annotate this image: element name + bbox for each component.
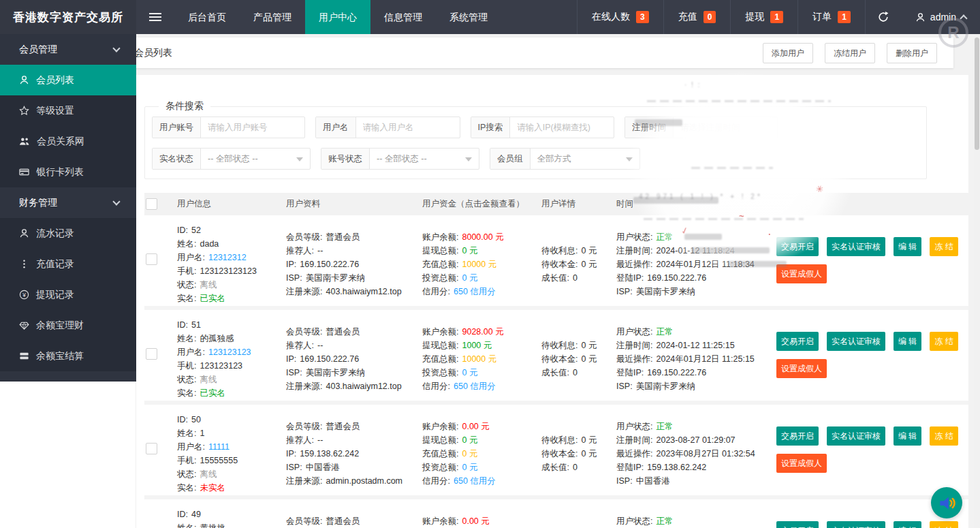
freeze-user-button[interactable]: 冻结用户	[825, 43, 875, 63]
field-value: 1	[200, 429, 204, 438]
freeze-button[interactable]: 冻 结	[930, 426, 958, 446]
register-time-input[interactable]	[674, 117, 777, 138]
set-fake-button[interactable]: 设置成假人	[776, 454, 827, 473]
realname-audit-button[interactable]: 实名认证审核	[827, 237, 885, 256]
field-label: 用户名:	[177, 253, 205, 262]
add-user-button[interactable]: 添加用户	[763, 43, 813, 63]
field-value: 已实名	[200, 294, 225, 303]
trade-toggle-button[interactable]: 交易开启	[776, 237, 819, 256]
freeze-button[interactable]: 冻 结	[930, 521, 958, 528]
edit-button[interactable]: 编 辑	[894, 426, 921, 446]
ip-search-input[interactable]	[510, 117, 614, 138]
field-value[interactable]: 0 元	[462, 246, 477, 255]
field-label: 用户名:	[177, 442, 205, 452]
top-menu-item-3[interactable]: 信息管理	[370, 0, 436, 34]
sidebar-item-g0-1[interactable]: 等级设置	[0, 95, 136, 126]
sidebar-item-g0-0[interactable]: 会员列表	[0, 65, 136, 95]
sidebar-item-g1-4[interactable]: 余额宝结算	[0, 341, 136, 371]
trade-toggle-button[interactable]: 交易开启	[776, 332, 819, 351]
field-value[interactable]: 9028.00 元	[462, 327, 503, 337]
field-value[interactable]: 0 元	[462, 435, 477, 445]
stat-label: 订单	[812, 11, 832, 23]
field-value[interactable]: 650 信用分	[454, 476, 496, 486]
announcement-float-button[interactable]	[931, 487, 962, 518]
user-icon	[19, 228, 29, 238]
field-value[interactable]: 0 元	[462, 273, 477, 283]
field-label: 成长值:	[541, 368, 569, 377]
field-value[interactable]: 0 元	[462, 463, 477, 472]
sidebar-item-g0-3[interactable]: 银行卡列表	[0, 157, 136, 187]
trade-toggle-button[interactable]: 交易开启	[776, 426, 819, 446]
field-label: 用户状态:	[616, 422, 652, 431]
realname-audit-button[interactable]: 实名认证审核	[827, 521, 885, 528]
freeze-button[interactable]: 冻 结	[930, 237, 958, 256]
sidebar-item-g0-2[interactable]: 会员关系网	[0, 126, 136, 157]
field-label: 信用分:	[422, 287, 450, 296]
field-label: 提现总额:	[422, 341, 458, 350]
row-checkbox[interactable]	[146, 253, 157, 265]
top-menu-item-0[interactable]: 后台首页	[174, 0, 240, 34]
top-menu-item-4[interactable]: 系统管理	[436, 0, 501, 34]
sidebar-item-g1-0[interactable]: 流水记录	[0, 218, 136, 249]
field-value[interactable]: 0.00 元	[462, 422, 489, 431]
edit-button[interactable]: 编 辑	[894, 332, 921, 351]
refresh-button[interactable]	[865, 0, 902, 34]
user-profile-cell: 会员等级:普通会员推荐人:--IP:169.150.222.76ISP:美国南卡…	[286, 223, 422, 306]
column-header-0: 用户信息	[177, 198, 286, 210]
top-menu-item-1[interactable]: 产品管理	[240, 0, 305, 34]
sidebar-group-0[interactable]: 会员管理	[0, 34, 136, 65]
field-value[interactable]: 0 元	[462, 368, 477, 377]
account-search-input[interactable]	[201, 117, 304, 138]
field-label: 账户余额:	[422, 232, 458, 242]
field-value[interactable]: 650 信用分	[454, 382, 496, 391]
top-stat-2[interactable]: 提现1	[730, 0, 797, 34]
search-legend: 条件搜索	[159, 100, 210, 112]
row-checkbox[interactable]	[146, 443, 157, 454]
user-time-cell: 用户状态:正常注册时间:2023-08-27 01:29:07最近操作:2023…	[616, 413, 776, 495]
freeze-button[interactable]: 冻 结	[930, 332, 958, 351]
trade-toggle-button[interactable]: 交易开启	[776, 521, 819, 528]
field-value: 美国南卡罗来纳	[306, 368, 366, 377]
menu-toggle-button[interactable]	[136, 0, 174, 34]
top-stat-3[interactable]: 订单1	[797, 0, 865, 34]
select-all-checkbox[interactable]	[146, 198, 157, 210]
user-detail-cell: 待收利息:0 元待收本金:0 元成长值:0	[541, 223, 616, 306]
field-value[interactable]: 11111	[208, 442, 230, 452]
sidebar-item-g1-1[interactable]: 充值记录	[0, 249, 136, 279]
set-fake-button[interactable]: 设置成假人	[776, 264, 827, 283]
username-search-input[interactable]	[356, 117, 460, 138]
delete-user-button[interactable]: 删除用户	[887, 43, 937, 63]
field-value[interactable]: 0.00 元	[462, 516, 489, 526]
edit-button[interactable]: 编 辑	[894, 237, 921, 256]
realname-audit-button[interactable]: 实名认证审核	[827, 332, 885, 351]
field-value: 0 元	[581, 260, 597, 269]
search-select-group: 会员组全部方式	[490, 148, 640, 170]
field-value[interactable]: 123123123	[208, 347, 251, 357]
field-label: 账户余额:	[422, 516, 458, 526]
yen-icon: ¥	[19, 290, 29, 300]
field-value[interactable]: 650 信用分	[454, 287, 496, 296]
top-stat-0[interactable]: 在线人数3	[577, 0, 663, 34]
realname-audit-button[interactable]: 实名认证审核	[827, 426, 885, 446]
field-value[interactable]: 0 元	[462, 449, 477, 459]
field-value: 正常	[656, 422, 673, 431]
account-status-select[interactable]: -- 全部状态 --	[370, 149, 479, 169]
field-label: 状态:	[177, 280, 196, 290]
set-fake-button[interactable]: 设置成假人	[776, 359, 827, 378]
sidebar-item-g1-2[interactable]: ¥提现记录	[0, 279, 136, 310]
member-group-select[interactable]: 全部方式	[531, 149, 639, 169]
edit-button[interactable]: 编 辑	[894, 521, 921, 528]
scrollbar-thumb[interactable]	[975, 37, 979, 150]
sidebar-item-g1-3[interactable]: 余额宝理财	[0, 310, 136, 341]
sidebar-group-1[interactable]: 财务管理	[0, 187, 136, 218]
field-value[interactable]: 10000 元	[462, 260, 496, 269]
field-value[interactable]: 10000 元	[462, 354, 496, 364]
row-checkbox[interactable]	[146, 348, 157, 360]
field-value[interactable]: 1000 元	[462, 341, 492, 350]
top-menu-item-2[interactable]: 用户中心	[305, 0, 370, 34]
field-value[interactable]: 8000.00 元	[462, 232, 503, 242]
realname-status-select[interactable]: -- 全部状态 --	[201, 149, 310, 169]
field-value[interactable]: 12312312	[208, 253, 247, 262]
top-stat-1[interactable]: 充值0	[663, 0, 731, 34]
scrollbar-track[interactable]	[974, 34, 980, 528]
